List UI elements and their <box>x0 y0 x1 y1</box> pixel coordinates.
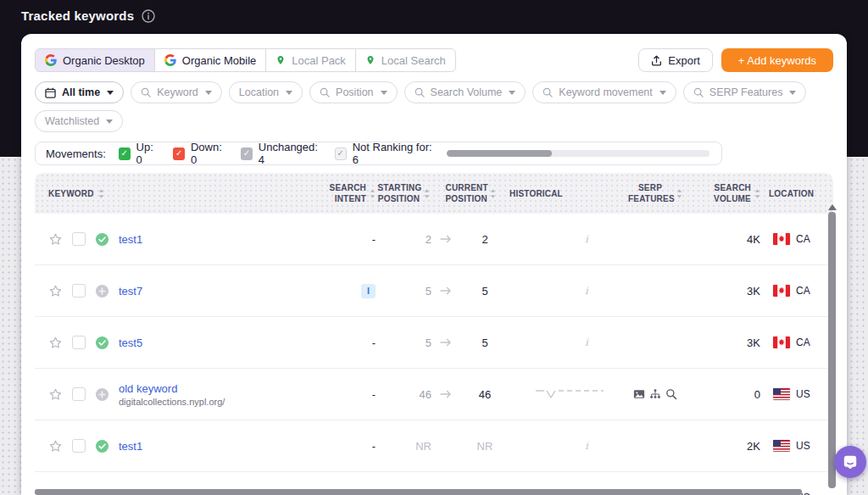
column-label: Location <box>769 188 814 199</box>
chevron-down-icon <box>509 91 515 95</box>
movements-not-ranking-checkbox[interactable]: ✓ Not Ranking for: 6 <box>335 141 435 166</box>
toolbar-actions: Export + Add keywords <box>638 48 833 72</box>
historical-placeholder: i <box>585 285 588 297</box>
filters-row: All time Keyword Location Position Searc… <box>35 81 833 103</box>
keyword-link[interactable]: test5 <box>119 336 142 349</box>
column-label: SERP Features <box>628 182 672 204</box>
toolbar: Organic Desktop Organic Mobile Local Pac… <box>35 48 833 72</box>
tab-label: Local Pack <box>292 54 346 67</box>
add-keywords-button[interactable]: + Add keywords <box>721 48 833 72</box>
historical-placeholder: i <box>585 440 588 452</box>
column-header-serp-features[interactable]: SERP Features <box>616 182 694 204</box>
column-header-starting-position[interactable]: Starting Position <box>376 182 431 204</box>
report-type-tabs: Organic Desktop Organic Mobile Local Pac… <box>35 48 456 72</box>
table-header-row: Keyword Search Intent Starting Position … <box>35 173 833 214</box>
column-label: Keyword <box>48 188 94 199</box>
row-checkbox[interactable] <box>72 336 86 349</box>
watchlisted-filter[interactable]: Watchlisted <box>35 110 123 132</box>
country-code: US <box>796 440 810 452</box>
sort-icon[interactable] <box>754 189 760 198</box>
chevron-down-icon <box>286 91 292 95</box>
row-checkbox[interactable] <box>72 439 86 453</box>
chevron-down-icon <box>659 91 666 95</box>
movements-down-label: Down: 0 <box>191 141 228 166</box>
tab-local-search[interactable]: Local Search <box>355 48 456 72</box>
position-filter[interactable]: Position <box>309 81 397 103</box>
image-pack-icon[interactable] <box>633 388 645 400</box>
position-filter-label: Position <box>336 86 373 98</box>
tab-organic-mobile[interactable]: Organic Mobile <box>154 48 266 72</box>
row-checkbox[interactable] <box>72 387 86 401</box>
sitelinks-icon[interactable] <box>649 388 661 400</box>
location-filter-label: Location <box>239 86 279 98</box>
sort-icon[interactable] <box>490 189 496 198</box>
star-icon[interactable] <box>48 232 63 247</box>
star-icon[interactable] <box>48 439 63 453</box>
info-icon[interactable] <box>142 9 155 23</box>
add-keywords-label: + Add keywords <box>738 54 816 67</box>
movements-up-checkbox[interactable]: ✓ Up: 0 <box>119 141 160 166</box>
arrow-right-icon <box>440 390 452 398</box>
keyword-filter-label: Keyword <box>157 86 198 98</box>
sort-icon[interactable] <box>424 189 430 198</box>
star-icon[interactable] <box>48 284 63 298</box>
horizontal-scrollbar[interactable] <box>35 489 823 495</box>
keyword-filter[interactable]: Keyword <box>131 81 222 103</box>
vertical-scrollbar-thumb[interactable] <box>828 212 836 488</box>
keyword-link[interactable]: test7 <box>119 285 142 298</box>
column-header-keyword[interactable]: Keyword <box>35 188 321 199</box>
sort-icon[interactable] <box>370 189 376 198</box>
status-check-icon <box>95 439 109 453</box>
watchlisted-filter-label: Watchlisted <box>45 115 99 127</box>
column-header-search-volume[interactable]: Search Volume <box>694 182 760 204</box>
tab-label: Local Search <box>381 54 446 67</box>
filters-row-2: Watchlisted <box>35 110 833 132</box>
map-pin-icon <box>365 54 376 66</box>
vertical-scrollbar[interactable] <box>827 203 837 495</box>
checkbox-checked-light[interactable]: ✓ <box>335 147 347 160</box>
sort-icon[interactable] <box>98 189 104 198</box>
star-icon[interactable] <box>48 336 63 350</box>
movements-down-checkbox[interactable]: ✓ Down: 0 <box>173 141 228 166</box>
row-checkbox[interactable] <box>72 232 86 246</box>
time-filter[interactable]: All time <box>35 81 124 103</box>
star-icon[interactable] <box>48 387 63 402</box>
keyword-movement-filter[interactable]: Keyword movement <box>532 81 676 103</box>
movements-up-label: Up: 0 <box>136 141 161 166</box>
tab-organic-desktop[interactable]: Organic Desktop <box>35 48 155 72</box>
keyword-link[interactable]: old keyword <box>119 382 225 395</box>
tab-label: Organic Mobile <box>182 54 256 67</box>
sort-icon[interactable] <box>676 189 682 198</box>
country-code: CA <box>796 233 810 245</box>
keyword-link[interactable]: test1 <box>119 440 142 453</box>
search-feature-icon[interactable] <box>665 388 677 400</box>
serp-features-filter[interactable]: SERP Features <box>683 81 807 103</box>
export-button[interactable]: Export <box>638 48 713 72</box>
canada-flag-icon <box>773 233 790 245</box>
column-header-current-position[interactable]: Current Position <box>431 182 509 204</box>
movements-unchanged-label: Unchanged: 4 <box>259 141 322 166</box>
movements-bar: Movements: ✓ Up: 0 ✓ Down: 0 ✓ Unchanged… <box>35 142 722 165</box>
keyword-link[interactable]: test1 <box>119 233 142 246</box>
horizontal-scrollbar-thumb[interactable] <box>35 489 802 495</box>
keyword-movement-filter-label: Keyword movement <box>559 86 652 98</box>
column-header-search-intent[interactable]: Search Intent <box>321 182 376 204</box>
search-volume-filter[interactable]: Search Volume <box>404 81 526 103</box>
chat-widget-button[interactable] <box>834 446 866 478</box>
movements-unchanged-checkbox[interactable]: ✓ Unchanged: 4 <box>241 141 322 166</box>
country-code: CA <box>796 336 810 348</box>
row-checkbox[interactable] <box>72 284 86 298</box>
current-position-value: NR <box>477 440 493 453</box>
checkbox-checked-green[interactable]: ✓ <box>119 147 131 160</box>
search-volume-value: 2K <box>747 440 760 453</box>
movements-progress-fill <box>447 150 552 157</box>
checkbox-checked-red[interactable]: ✓ <box>173 147 185 160</box>
scroll-up-arrow[interactable] <box>828 204 837 210</box>
checkbox-checked-gray[interactable]: ✓ <box>241 147 253 160</box>
status-check-icon <box>95 336 109 350</box>
tab-local-pack[interactable]: Local Pack <box>265 48 356 72</box>
table-row: test7 I 5 5 i 3K CA <box>35 265 833 317</box>
chevron-down-icon <box>205 91 212 95</box>
keywords-table: Keyword Search Intent Starting Position … <box>35 173 833 495</box>
location-filter[interactable]: Location <box>229 81 303 103</box>
